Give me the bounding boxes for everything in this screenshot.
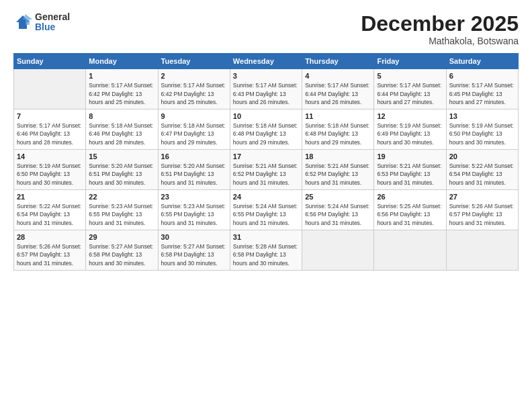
day-cell: 8Sunrise: 5:18 AM Sunset: 6:46 PM Daylig… [86,109,158,150]
day-number: 6 [449,72,515,80]
day-number: 24 [233,193,299,201]
day-info: Sunrise: 5:27 AM Sunset: 6:58 PM Dayligh… [161,242,227,267]
day-cell [302,230,374,270]
week-row-3: 14Sunrise: 5:19 AM Sunset: 6:50 PM Dayli… [14,150,519,190]
day-number: 12 [377,112,443,120]
day-number: 27 [449,193,515,201]
col-header-monday: Monday [86,54,158,69]
day-cell: 16Sunrise: 5:20 AM Sunset: 6:51 PM Dayli… [158,150,230,190]
day-info: Sunrise: 5:20 AM Sunset: 6:51 PM Dayligh… [89,162,154,187]
day-cell: 10Sunrise: 5:18 AM Sunset: 6:48 PM Dayli… [230,109,302,150]
day-info: Sunrise: 5:17 AM Sunset: 6:45 PM Dayligh… [449,81,515,106]
day-info: Sunrise: 5:17 AM Sunset: 6:46 PM Dayligh… [17,122,83,146]
day-number: 5 [377,72,443,80]
day-number: 7 [17,112,83,120]
day-cell: 22Sunrise: 5:23 AM Sunset: 6:55 PM Dayli… [86,190,158,230]
day-number: 23 [161,193,227,201]
day-info: Sunrise: 5:18 AM Sunset: 6:46 PM Dayligh… [89,122,154,146]
day-number: 21 [17,193,83,201]
calendar-table: SundayMondayTuesdayWednesdayThursdayFrid… [13,53,519,271]
day-cell: 19Sunrise: 5:21 AM Sunset: 6:53 PM Dayli… [374,150,446,190]
day-info: Sunrise: 5:17 AM Sunset: 6:44 PM Dayligh… [377,81,443,106]
day-cell: 6Sunrise: 5:17 AM Sunset: 6:45 PM Daylig… [446,69,518,109]
col-header-tuesday: Tuesday [158,54,230,69]
day-number: 1 [89,72,154,80]
day-number: 13 [449,112,515,120]
day-number: 31 [233,233,299,241]
day-cell: 21Sunrise: 5:22 AM Sunset: 6:54 PM Dayli… [14,190,86,230]
day-number: 14 [17,152,83,161]
week-row-4: 21Sunrise: 5:22 AM Sunset: 6:54 PM Dayli… [14,190,519,230]
day-cell: 4Sunrise: 5:17 AM Sunset: 6:44 PM Daylig… [302,69,374,109]
day-cell [374,230,446,270]
day-info: Sunrise: 5:17 AM Sunset: 6:44 PM Dayligh… [305,81,371,106]
day-cell: 11Sunrise: 5:18 AM Sunset: 6:48 PM Dayli… [302,109,374,150]
day-info: Sunrise: 5:18 AM Sunset: 6:47 PM Dayligh… [161,122,227,146]
day-number: 17 [233,152,299,161]
col-header-wednesday: Wednesday [230,54,302,69]
day-number: 29 [89,233,154,241]
day-cell: 18Sunrise: 5:21 AM Sunset: 6:52 PM Dayli… [302,150,374,190]
day-info: Sunrise: 5:22 AM Sunset: 6:54 PM Dayligh… [17,202,83,227]
day-info: Sunrise: 5:17 AM Sunset: 6:42 PM Dayligh… [161,81,227,106]
day-cell: 29Sunrise: 5:27 AM Sunset: 6:58 PM Dayli… [86,230,158,270]
day-cell: 17Sunrise: 5:21 AM Sunset: 6:52 PM Dayli… [230,150,302,190]
col-header-sunday: Sunday [14,54,86,69]
day-info: Sunrise: 5:28 AM Sunset: 6:58 PM Dayligh… [233,242,299,267]
day-info: Sunrise: 5:18 AM Sunset: 6:48 PM Dayligh… [305,122,371,146]
day-cell: 2Sunrise: 5:17 AM Sunset: 6:42 PM Daylig… [158,69,230,109]
day-info: Sunrise: 5:23 AM Sunset: 6:55 PM Dayligh… [161,202,227,227]
logo-general-text: General [35,12,70,22]
day-info: Sunrise: 5:26 AM Sunset: 6:57 PM Dayligh… [449,202,515,227]
day-cell: 14Sunrise: 5:19 AM Sunset: 6:50 PM Dayli… [14,150,86,190]
day-number: 26 [377,193,443,201]
day-info: Sunrise: 5:23 AM Sunset: 6:55 PM Dayligh… [89,202,154,227]
day-info: Sunrise: 5:19 AM Sunset: 6:50 PM Dayligh… [17,162,83,187]
day-cell: 23Sunrise: 5:23 AM Sunset: 6:55 PM Dayli… [158,190,230,230]
day-cell: 7Sunrise: 5:17 AM Sunset: 6:46 PM Daylig… [14,109,86,150]
day-info: Sunrise: 5:20 AM Sunset: 6:51 PM Dayligh… [161,162,227,187]
day-info: Sunrise: 5:25 AM Sunset: 6:56 PM Dayligh… [377,202,443,227]
day-info: Sunrise: 5:24 AM Sunset: 6:56 PM Dayligh… [305,202,371,227]
day-info: Sunrise: 5:24 AM Sunset: 6:55 PM Dayligh… [233,202,299,227]
week-row-1: 1Sunrise: 5:17 AM Sunset: 6:42 PM Daylig… [14,69,519,109]
day-cell: 31Sunrise: 5:28 AM Sunset: 6:58 PM Dayli… [230,230,302,270]
day-number: 11 [305,112,371,120]
day-number: 16 [161,152,227,161]
day-number: 8 [89,112,154,120]
day-cell [14,69,86,109]
header-row: SundayMondayTuesdayWednesdayThursdayFrid… [14,54,519,69]
day-number: 4 [305,72,371,80]
col-header-saturday: Saturday [446,54,518,69]
week-row-2: 7Sunrise: 5:17 AM Sunset: 6:46 PM Daylig… [14,109,519,150]
day-number: 15 [89,152,154,161]
day-info: Sunrise: 5:19 AM Sunset: 6:49 PM Dayligh… [377,122,443,146]
day-number: 30 [161,233,227,241]
day-cell: 26Sunrise: 5:25 AM Sunset: 6:56 PM Dayli… [374,190,446,230]
day-info: Sunrise: 5:27 AM Sunset: 6:58 PM Dayligh… [89,242,154,267]
day-number: 25 [305,193,371,201]
day-number: 10 [233,112,299,120]
day-number: 28 [17,233,83,241]
day-info: Sunrise: 5:21 AM Sunset: 6:53 PM Dayligh… [377,162,443,187]
col-header-thursday: Thursday [302,54,374,69]
title-area: December 2025 Mathakola, Botswana [361,12,519,46]
day-info: Sunrise: 5:17 AM Sunset: 6:42 PM Dayligh… [89,81,154,106]
day-number: 18 [305,152,371,161]
logo-text: General Blue [35,12,70,33]
day-number: 2 [161,72,227,80]
day-cell: 13Sunrise: 5:19 AM Sunset: 6:50 PM Dayli… [446,109,518,150]
day-info: Sunrise: 5:21 AM Sunset: 6:52 PM Dayligh… [233,162,299,187]
day-cell: 30Sunrise: 5:27 AM Sunset: 6:58 PM Dayli… [158,230,230,270]
day-info: Sunrise: 5:26 AM Sunset: 6:57 PM Dayligh… [17,242,83,267]
header: General Blue December 2025 Mathakola, Bo… [13,12,519,46]
col-header-friday: Friday [374,54,446,69]
day-cell: 20Sunrise: 5:22 AM Sunset: 6:54 PM Dayli… [446,150,518,190]
week-row-5: 28Sunrise: 5:26 AM Sunset: 6:57 PM Dayli… [14,230,519,270]
day-number: 9 [161,112,227,120]
day-cell: 28Sunrise: 5:26 AM Sunset: 6:57 PM Dayli… [14,230,86,270]
logo-blue-text: Blue [35,22,70,32]
month-title: December 2025 [361,12,519,36]
logo: General Blue [13,12,70,33]
location: Mathakola, Botswana [361,36,519,46]
